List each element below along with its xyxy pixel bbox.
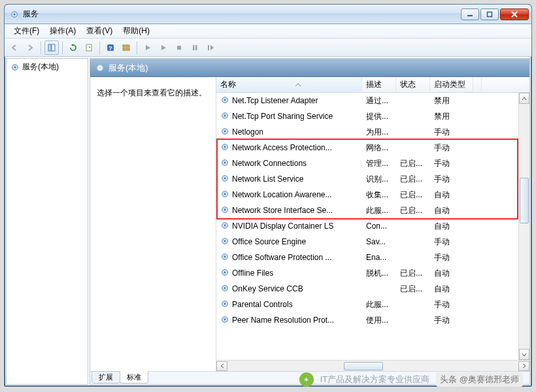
pane-body: 选择一个项目来查看它的描述。 名称 描述 状态 启动类型 Net.Tcp Lis… (90, 77, 529, 371)
h-scrollbar[interactable] (216, 360, 529, 371)
gear-icon (220, 142, 229, 154)
svg-point-44 (224, 287, 226, 289)
cell-startup: 手动 (430, 299, 473, 310)
table-row[interactable]: Net.Tcp Port Sharing Service提供...禁用 (216, 108, 529, 124)
cell-name: Office Software Protection ... (216, 252, 362, 263)
scroll-up-button[interactable] (519, 93, 529, 104)
cell-desc: 网络... (362, 142, 396, 154)
svg-point-22 (224, 114, 226, 116)
svg-point-16 (14, 66, 16, 68)
svg-point-32 (224, 193, 226, 195)
back-button[interactable] (7, 41, 22, 55)
cell-name: OnKey Service CCB (216, 284, 362, 295)
table-row[interactable]: Peer Name Resolution Prot...使用...手动 (216, 312, 529, 328)
svg-rect-13 (195, 45, 197, 50)
table-row[interactable]: Network Store Interface Se...此服...已启...自… (216, 203, 529, 218)
menu-file[interactable]: 文件(F) (8, 24, 44, 38)
cell-desc: Con... (362, 221, 396, 231)
refresh-button[interactable] (66, 41, 80, 55)
svg-rect-9 (123, 45, 129, 47)
help-button[interactable]: ? (103, 41, 118, 55)
menu-help[interactable]: 帮助(H) (118, 24, 155, 38)
col-startup[interactable]: 启动类型 (430, 77, 473, 92)
cell-desc: 提供... (362, 111, 396, 122)
svg-rect-4 (48, 44, 51, 51)
cell-desc: 管理... (362, 158, 396, 169)
gear-icon (220, 252, 229, 263)
v-scroll-track[interactable] (519, 104, 529, 349)
v-scrollbar[interactable] (518, 93, 529, 360)
toolbar: ? (5, 39, 531, 57)
titlebar[interactable]: 服务 (5, 5, 531, 24)
cell-name: Parental Controls (216, 299, 362, 310)
service-name: Office Software Protection ... (232, 253, 332, 262)
cell-startup: 手动 (430, 158, 473, 169)
svg-point-24 (224, 130, 226, 132)
gear-icon (220, 221, 229, 232)
table-row[interactable]: Parental Controls此服...手动 (216, 297, 529, 312)
export-button[interactable] (82, 41, 96, 55)
close-button[interactable] (500, 8, 529, 20)
cell-desc: 使用... (362, 315, 396, 326)
properties-button[interactable] (119, 41, 133, 55)
tab-extended[interactable]: 扩展 (92, 371, 120, 384)
show-tree-button[interactable] (44, 41, 59, 55)
gear-icon (220, 189, 229, 201)
h-scroll-track[interactable] (227, 361, 518, 371)
cell-name: Peer Name Resolution Prot... (216, 315, 362, 326)
table-row[interactable]: Network Connections管理...已启...手动 (216, 155, 529, 171)
col-desc[interactable]: 描述 (362, 77, 396, 92)
table-row[interactable]: Network Access Protection...网络...手动 (216, 140, 529, 155)
svg-rect-10 (123, 48, 129, 50)
v-scroll-thumb[interactable] (520, 178, 529, 223)
gear-icon (220, 284, 229, 295)
tree-node-local[interactable]: 服务(本地) (7, 59, 88, 75)
col-name[interactable]: 名称 (216, 77, 362, 92)
table-row[interactable]: Netlogon为用...手动 (216, 124, 529, 140)
stop-button[interactable] (172, 41, 186, 55)
table-row[interactable]: Office Source EngineSav...手动 (216, 234, 529, 250)
table-row[interactable]: Network List Service识别...已启...手动 (216, 171, 529, 187)
maximize-button[interactable] (480, 8, 499, 20)
h-scroll-thumb[interactable] (344, 362, 383, 370)
gear-icon (220, 95, 229, 106)
separator (137, 41, 137, 54)
tab-standard[interactable]: 标准 (120, 371, 148, 384)
tree-pane[interactable]: 服务(本地) (6, 58, 88, 385)
cell-startup: 自动 (430, 221, 473, 232)
start-button[interactable] (141, 41, 155, 55)
cell-startup: 自动 (430, 205, 473, 216)
gear-icon (220, 158, 229, 169)
svg-rect-3 (488, 12, 492, 16)
forward-button[interactable] (23, 41, 37, 55)
play-button[interactable] (156, 41, 171, 55)
minimize-button[interactable] (461, 8, 479, 20)
service-name: Peer Name Resolution Prot... (232, 316, 334, 325)
scroll-left-button[interactable] (216, 361, 227, 371)
svg-rect-12 (193, 45, 195, 50)
menu-view[interactable]: 查看(V) (81, 24, 118, 38)
table-row[interactable]: Office Software Protection ...Ena...手动 (216, 250, 529, 265)
pause-button[interactable] (188, 41, 202, 55)
col-spacer (473, 77, 482, 92)
table-row[interactable]: NVIDIA Display Container LSCon...自动 (216, 218, 529, 234)
cell-startup: 自动 (430, 189, 473, 201)
svg-point-20 (224, 99, 226, 101)
table-row[interactable]: Offline Files脱机...已启...自动 (216, 265, 529, 281)
service-name: Network Connections (232, 159, 307, 168)
scroll-right-button[interactable] (518, 361, 529, 371)
table-row[interactable]: Net.Tcp Listener Adapter通过...禁用 (216, 93, 529, 108)
cell-name: Network Location Awarene... (216, 189, 362, 201)
menubar: 文件(F) 操作(A) 查看(V) 帮助(H) (5, 24, 531, 39)
restart-button[interactable] (203, 41, 218, 55)
svg-point-30 (224, 177, 226, 179)
table-row[interactable]: OnKey Service CCB已启...自动 (216, 281, 529, 297)
menu-action[interactable]: 操作(A) (44, 24, 81, 38)
col-status[interactable]: 状态 (396, 77, 430, 92)
svg-point-1 (14, 13, 16, 15)
cell-status: 已启... (396, 174, 430, 185)
cell-name: Net.Tcp Port Sharing Service (216, 111, 362, 122)
gear-icon (220, 205, 229, 216)
table-row[interactable]: Network Location Awarene...收集...已启...自动 (216, 187, 529, 203)
scroll-down-button[interactable] (519, 349, 529, 360)
